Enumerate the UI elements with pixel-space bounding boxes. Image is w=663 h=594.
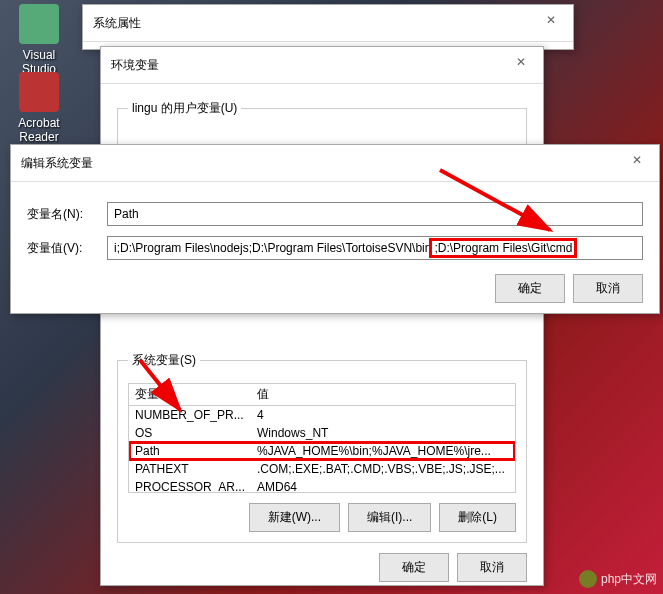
edit-system-var-dialog: 编辑系统变量 ✕ 变量名(N): 变量值(V): i;D:\Program Fi… (10, 144, 660, 314)
table-row[interactable]: OSWindows_NT (129, 424, 515, 442)
ok-button[interactable]: 确定 (379, 553, 449, 582)
ok-button[interactable]: 确定 (495, 274, 565, 303)
php-logo-icon (579, 570, 597, 588)
table-row-path[interactable]: Path%JAVA_HOME%\bin;%JAVA_HOME%\jre... (129, 442, 515, 460)
dialog-titlebar: 编辑系统变量 ✕ (11, 145, 659, 182)
cancel-button[interactable]: 取消 (457, 553, 527, 582)
watermark: php中文网 (579, 570, 657, 588)
system-vars-legend: 系统变量(S) (128, 352, 200, 369)
var-name-label: 变量名(N): (27, 206, 87, 223)
dialog-title-text: 编辑系统变量 (21, 155, 93, 172)
new-button[interactable]: 新建(W)... (249, 503, 340, 532)
dialog-title-text: 系统属性 (93, 15, 141, 32)
col-variable[interactable]: 变量 (129, 384, 251, 406)
table-row[interactable]: PATHEXT.COM;.EXE;.BAT;.CMD;.VBS;.VBE;.JS… (129, 460, 515, 478)
watermark-text: php中文网 (601, 571, 657, 588)
cancel-button[interactable]: 取消 (573, 274, 643, 303)
close-icon[interactable]: ✕ (509, 55, 533, 75)
system-properties-dialog: 系统属性 ✕ (82, 4, 574, 50)
var-name-input[interactable] (107, 202, 643, 226)
dialog-title-text: 环境变量 (111, 57, 159, 74)
table-row[interactable]: PROCESSOR_AR...AMD64 (129, 478, 515, 493)
vscode-icon (19, 4, 59, 44)
var-value-label: 变量值(V): (27, 240, 87, 257)
edit-button[interactable]: 编辑(I)... (348, 503, 431, 532)
system-vars-table-container[interactable]: 变量 值 NUMBER_OF_PR...4 OSWindows_NT Path%… (128, 383, 516, 493)
delete-button[interactable]: 删除(L) (439, 503, 516, 532)
dialog-titlebar: 环境变量 ✕ (101, 47, 543, 84)
close-icon[interactable]: ✕ (539, 13, 563, 33)
user-vars-legend: lingu 的用户变量(U) (128, 100, 241, 117)
system-vars-fieldset: 系统变量(S) 变量 值 NUMBER_OF_PR...4 OSWindows_… (117, 352, 527, 543)
env-vars-dialog: 环境变量 ✕ lingu 的用户变量(U) 系统变量(S) 变量 值 NUMBE… (100, 46, 544, 586)
value-prefix: i;D:\Program Files\nodejs;D:\Program Fil… (108, 241, 431, 255)
value-highlight-git: ;D:\Program Files\Git\cmd (429, 238, 577, 258)
dialog-titlebar: 系统属性 ✕ (83, 5, 573, 42)
col-value[interactable]: 值 (251, 384, 515, 406)
system-vars-table: 变量 值 NUMBER_OF_PR...4 OSWindows_NT Path%… (129, 384, 515, 493)
close-icon[interactable]: ✕ (625, 153, 649, 173)
table-row[interactable]: NUMBER_OF_PR...4 (129, 406, 515, 425)
pdf-icon (19, 72, 59, 112)
var-value-input[interactable]: i;D:\Program Files\nodejs;D:\Program Fil… (107, 236, 643, 260)
